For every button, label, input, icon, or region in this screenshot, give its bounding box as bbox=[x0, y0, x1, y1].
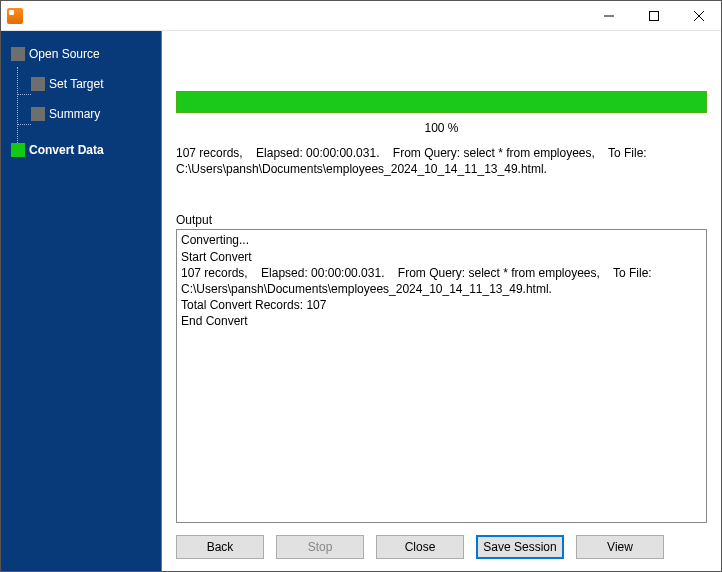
svg-rect-1 bbox=[649, 11, 658, 20]
back-button[interactable]: Back bbox=[176, 535, 264, 559]
log-line: End Convert bbox=[181, 313, 702, 329]
sidebar-item-label: Summary bbox=[49, 107, 100, 121]
view-button[interactable]: View bbox=[576, 535, 664, 559]
log-line: Start Convert bbox=[181, 249, 702, 265]
log-line: Total Convert Records: 107 bbox=[181, 297, 702, 313]
output-log[interactable]: Converting... Start Convert 107 records,… bbox=[176, 229, 707, 523]
sidebar-item-convert-data[interactable]: Convert Data bbox=[1, 137, 161, 163]
save-session-button[interactable]: Save Session bbox=[476, 535, 564, 559]
app-icon bbox=[7, 8, 23, 24]
step-indicator-icon bbox=[31, 77, 45, 91]
sidebar-item-label: Open Source bbox=[29, 47, 100, 61]
output-label: Output bbox=[176, 213, 707, 227]
window-controls bbox=[586, 1, 721, 30]
minimize-button[interactable] bbox=[586, 1, 631, 30]
main-panel: 100 % 107 records, Elapsed: 00:00:00.031… bbox=[161, 31, 721, 571]
log-line: 107 records, Elapsed: 00:00:00.031. From… bbox=[181, 265, 702, 297]
button-row: Back Stop Close Save Session View bbox=[176, 523, 707, 561]
sidebar-item-label: Set Target bbox=[49, 77, 103, 91]
close-window-button[interactable] bbox=[676, 1, 721, 30]
progress-percent-label: 100 % bbox=[176, 117, 707, 145]
progress-bar bbox=[176, 91, 707, 113]
log-line: Converting... bbox=[181, 232, 702, 248]
step-indicator-icon-active bbox=[11, 143, 25, 157]
wizard-sidebar: Open Source Set Target Summary Convert D… bbox=[1, 31, 161, 571]
progress-bar-wrap bbox=[176, 91, 707, 113]
title-bar bbox=[1, 1, 721, 31]
sidebar-item-set-target[interactable]: Set Target bbox=[1, 71, 161, 97]
sidebar-item-open-source[interactable]: Open Source bbox=[1, 41, 161, 67]
app-window: Open Source Set Target Summary Convert D… bbox=[0, 0, 722, 572]
maximize-button[interactable] bbox=[631, 1, 676, 30]
sidebar-item-summary[interactable]: Summary bbox=[1, 101, 161, 127]
step-indicator-icon bbox=[11, 47, 25, 61]
step-indicator-icon bbox=[31, 107, 45, 121]
close-button[interactable]: Close bbox=[376, 535, 464, 559]
stop-button[interactable]: Stop bbox=[276, 535, 364, 559]
summary-text: 107 records, Elapsed: 00:00:00.031. From… bbox=[176, 145, 707, 177]
sidebar-item-label: Convert Data bbox=[29, 143, 104, 157]
